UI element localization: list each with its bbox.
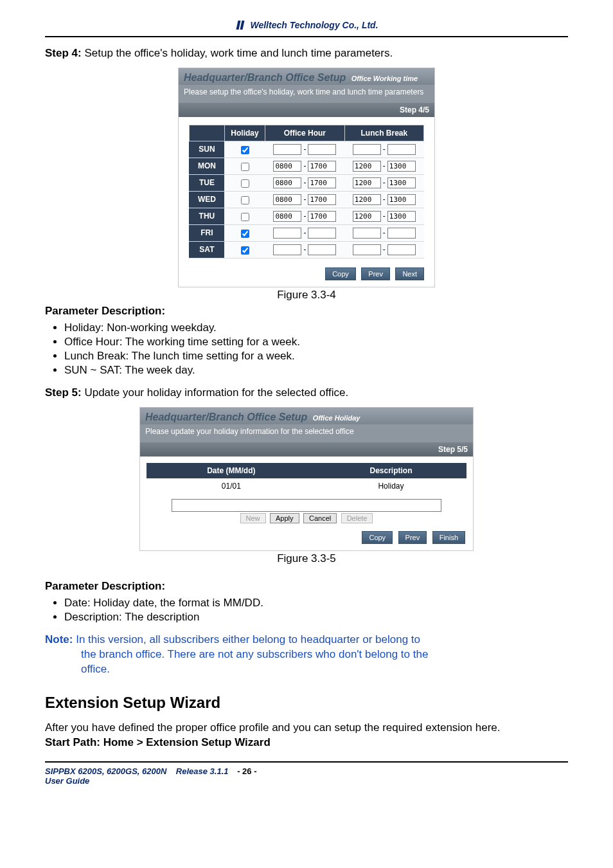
- lunch-break-end[interactable]: [387, 211, 416, 222]
- working-time-table: Holiday Office Hour Lunch Break SUN--MON…: [189, 125, 424, 258]
- lunch-break-cell: -: [344, 174, 423, 191]
- office-hour-cell: -: [265, 241, 344, 258]
- new-button[interactable]: New: [240, 513, 266, 523]
- lunch-break-start[interactable]: [353, 161, 381, 172]
- prev-button[interactable]: Prev: [361, 267, 390, 280]
- apply-button[interactable]: Apply: [270, 513, 299, 523]
- holiday-checkbox[interactable]: [241, 230, 249, 238]
- table-row: SAT--: [189, 241, 423, 258]
- holiday-cell: [224, 158, 265, 174]
- fig4-title-main: Headquarter/Branch Office Setup: [184, 72, 346, 83]
- param-desc2-list: Date: Holiday date, the format is MM/DD.…: [45, 597, 568, 624]
- finish-button[interactable]: Finish: [432, 531, 465, 544]
- holiday-table: Date (MM/dd) Description 01/01 Holiday: [147, 463, 466, 494]
- lunch-break-start[interactable]: [353, 228, 381, 239]
- holiday-checkbox[interactable]: [241, 146, 249, 154]
- office-hour-start[interactable]: [273, 194, 301, 205]
- office-hour-end[interactable]: [308, 228, 336, 239]
- note-text: Note: In this version, all subscribers e…: [45, 633, 568, 647]
- step5-rest: Update your holiday information for the …: [82, 386, 348, 399]
- fig4-caption: Figure 3.3-4: [45, 289, 568, 302]
- fig5-desc: Please update your holiday information f…: [140, 424, 473, 442]
- holiday-edit-input[interactable]: [172, 499, 441, 512]
- office-hour-cell: -: [265, 141, 344, 158]
- table-row: TUE--: [189, 174, 423, 191]
- col-holiday: Holiday: [224, 125, 265, 141]
- holiday-checkbox[interactable]: [241, 246, 249, 255]
- extension-wizard-heading: Extension Setup Wizard: [45, 694, 568, 712]
- fig5-title-sub: Office Holiday: [313, 414, 360, 422]
- lunch-break-end[interactable]: [387, 161, 416, 172]
- office-hour-start[interactable]: [273, 144, 301, 155]
- lunch-break-end[interactable]: [387, 228, 416, 239]
- list-item: SUN ~ SAT: The week day.: [64, 364, 568, 377]
- note-line2: the branch office. There are not any sub…: [45, 647, 568, 662]
- lunch-break-end[interactable]: [387, 194, 416, 205]
- holiday-checkbox[interactable]: [241, 179, 249, 188]
- office-hour-end[interactable]: [308, 194, 336, 205]
- cancel-button[interactable]: Cancel: [303, 513, 337, 523]
- col-description: Description: [315, 463, 466, 478]
- holiday-cell: [224, 191, 265, 208]
- office-hour-cell: -: [265, 191, 344, 208]
- lunch-break-end[interactable]: [387, 144, 416, 155]
- holiday-cell: [224, 241, 265, 258]
- holiday-checkbox[interactable]: [241, 163, 249, 171]
- logo-icon: [235, 19, 247, 31]
- footer-guide: User Guide: [45, 776, 89, 786]
- holiday-cell: [224, 141, 265, 158]
- company-name: Welltech Technology Co., Ltd.: [250, 20, 378, 30]
- footer-rule: [45, 761, 568, 763]
- office-hour-cell: -: [265, 224, 344, 241]
- table-row: SUN--: [189, 141, 423, 158]
- delete-button[interactable]: Delete: [341, 513, 373, 523]
- param-desc2-heading: Parameter Description:: [45, 579, 568, 594]
- step5-label: Step 5:: [45, 386, 82, 399]
- step4-rest: Setup the office's holiday, work time an…: [82, 47, 393, 59]
- col-blank: [189, 125, 224, 141]
- office-hour-end[interactable]: [308, 144, 336, 155]
- copy-button[interactable]: Copy: [325, 267, 356, 280]
- header-rule: [45, 36, 568, 37]
- table-row: WED--: [189, 191, 423, 208]
- table-row: THU--: [189, 208, 423, 224]
- day-label: SUN: [189, 141, 224, 158]
- office-hour-end[interactable]: [308, 211, 336, 222]
- prev-button[interactable]: Prev: [398, 531, 427, 544]
- lunch-break-cell: -: [344, 208, 423, 224]
- page-number: - 26 -: [237, 766, 256, 776]
- lunch-break-end[interactable]: [387, 244, 416, 255]
- footer-product: SIPPBX 6200S, 6200GS, 6200N: [45, 766, 166, 776]
- col-date: Date (MM/dd): [147, 463, 315, 478]
- next-button[interactable]: Next: [395, 267, 424, 280]
- lunch-break-start[interactable]: [353, 144, 381, 155]
- office-hour-start[interactable]: [273, 177, 301, 188]
- office-hour-end[interactable]: [308, 177, 336, 188]
- office-hour-end[interactable]: [308, 244, 336, 255]
- copy-button[interactable]: Copy: [362, 531, 393, 544]
- table-row[interactable]: 01/01 Holiday: [147, 478, 466, 494]
- office-hour-start[interactable]: [273, 244, 301, 255]
- fig4-desc: Please setup the office's holiday, work …: [179, 85, 434, 103]
- office-hour-cell: -: [265, 158, 344, 174]
- start-path: Start Path: Home > Extension Setup Wizar…: [45, 736, 568, 750]
- holiday-checkbox[interactable]: [241, 196, 249, 204]
- note-line3: office.: [45, 662, 568, 677]
- holiday-checkbox[interactable]: [241, 213, 249, 221]
- lunch-break-end[interactable]: [387, 177, 416, 188]
- day-label: MON: [189, 158, 224, 174]
- note-line1: In this version, all subscribers either …: [73, 633, 420, 646]
- fig5-step: Step 5/5: [140, 442, 473, 457]
- fig5-title-main: Headquarter/Branch Office Setup: [145, 411, 307, 422]
- lunch-break-start[interactable]: [353, 194, 381, 205]
- office-working-time-panel: Headquarter/Branch Office Setup Office W…: [178, 68, 435, 287]
- office-hour-start[interactable]: [273, 211, 301, 222]
- footer-release: Release 3.1.1: [176, 766, 229, 776]
- office-hour-start[interactable]: [273, 228, 301, 239]
- office-hour-end[interactable]: [308, 161, 336, 172]
- lunch-break-start[interactable]: [353, 244, 381, 255]
- lunch-break-start[interactable]: [353, 211, 381, 222]
- list-item: Date: Holiday date, the format is MM/DD.: [64, 597, 568, 610]
- office-hour-start[interactable]: [273, 161, 301, 172]
- lunch-break-start[interactable]: [353, 177, 381, 188]
